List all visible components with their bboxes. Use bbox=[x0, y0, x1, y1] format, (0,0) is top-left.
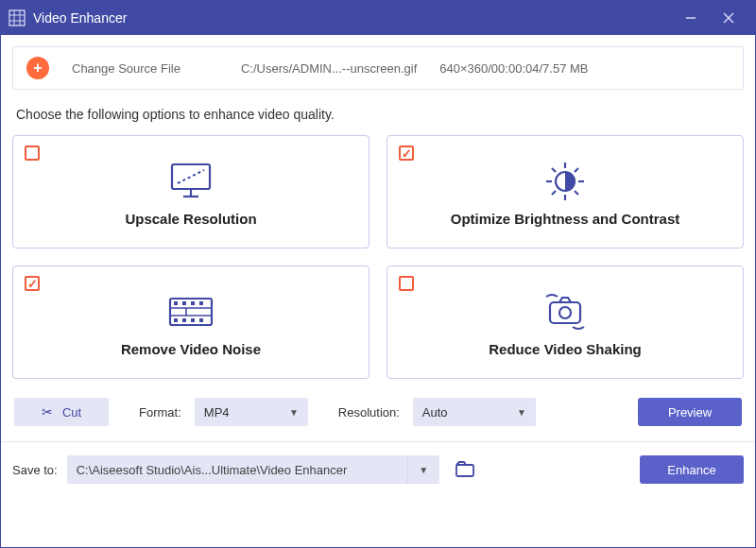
svg-line-19 bbox=[575, 168, 578, 172]
chevron-down-icon: ▼ bbox=[289, 407, 299, 418]
source-path-text: C:/Users/ADMIN...--unscreen.gif bbox=[241, 61, 417, 76]
chevron-down-icon: ▼ bbox=[419, 465, 428, 475]
save-to-label: Save to: bbox=[12, 463, 58, 477]
close-button[interactable] bbox=[710, 1, 747, 35]
filmstrip-icon bbox=[163, 288, 219, 335]
option-noise-label: Remove Video Noise bbox=[121, 341, 261, 357]
save-path-box[interactable]: C:\Aiseesoft Studio\Ais...Ultimate\Video… bbox=[67, 455, 407, 484]
svg-line-9 bbox=[178, 170, 204, 183]
chevron-down-icon: ▼ bbox=[517, 407, 526, 418]
svg-line-18 bbox=[575, 191, 578, 195]
option-remove-noise[interactable]: Remove Video Noise bbox=[12, 265, 369, 379]
svg-rect-25 bbox=[199, 301, 203, 305]
window: Video Enhancer + Change Source File C:/U… bbox=[0, 0, 756, 548]
enhance-label: Enhance bbox=[667, 463, 715, 477]
checkbox-upscale[interactable] bbox=[25, 146, 40, 161]
cut-button[interactable]: ✂ Cut bbox=[14, 398, 109, 426]
option-shaking-label: Reduce Video Shaking bbox=[489, 341, 641, 357]
option-reduce-shaking[interactable]: Reduce Video Shaking bbox=[387, 265, 744, 379]
svg-line-17 bbox=[552, 168, 556, 172]
preview-button[interactable]: Preview bbox=[638, 398, 742, 426]
title-bar: Video Enhancer bbox=[1, 1, 755, 35]
enhance-button[interactable]: Enhance bbox=[640, 455, 744, 484]
checkbox-brightness[interactable] bbox=[399, 146, 414, 161]
checkbox-noise[interactable] bbox=[25, 276, 40, 291]
preview-label: Preview bbox=[668, 405, 712, 420]
save-bar: Save to: C:\Aiseesoft Studio\Ais...Ultim… bbox=[1, 442, 755, 497]
source-file-bar: + Change Source File C:/Users/ADMIN...--… bbox=[12, 46, 744, 90]
controls-row: ✂ Cut Format: MP4 ▼ Resolution: Auto ▼ P… bbox=[12, 398, 744, 426]
option-upscale-resolution[interactable]: Upscale Resolution bbox=[12, 135, 369, 248]
monitor-icon bbox=[163, 158, 219, 205]
svg-point-34 bbox=[559, 307, 571, 318]
svg-rect-8 bbox=[172, 164, 210, 189]
option-brightness-contrast[interactable]: Optimize Brightness and Contrast bbox=[387, 135, 744, 248]
option-upscale-label: Upscale Resolution bbox=[125, 211, 256, 227]
save-path-dropdown[interactable]: ▼ bbox=[407, 455, 439, 484]
svg-rect-22 bbox=[174, 301, 178, 305]
svg-rect-29 bbox=[199, 318, 203, 322]
open-folder-button[interactable] bbox=[453, 457, 477, 482]
svg-rect-35 bbox=[456, 465, 473, 476]
checkbox-shaking[interactable] bbox=[399, 276, 414, 291]
format-label: Format: bbox=[139, 405, 181, 420]
brightness-icon bbox=[537, 158, 593, 205]
source-meta-text: 640×360/00:00:04/7.57 MB bbox=[439, 61, 588, 76]
svg-rect-0 bbox=[9, 10, 25, 26]
save-path-text: C:\Aiseesoft Studio\Ais...Ultimate\Video… bbox=[77, 463, 348, 477]
svg-rect-23 bbox=[182, 301, 186, 305]
option-brightness-label: Optimize Brightness and Contrast bbox=[451, 211, 680, 227]
cut-label: Cut bbox=[62, 405, 81, 420]
add-file-button[interactable]: + bbox=[26, 57, 49, 79]
svg-rect-26 bbox=[174, 318, 178, 322]
minimize-button[interactable] bbox=[672, 1, 710, 35]
app-icon bbox=[9, 9, 26, 26]
resolution-select[interactable]: Auto ▼ bbox=[413, 398, 536, 426]
svg-rect-33 bbox=[550, 302, 580, 323]
svg-rect-28 bbox=[191, 318, 195, 322]
change-source-link[interactable]: Change Source File bbox=[72, 61, 180, 76]
resolution-label: Resolution: bbox=[338, 405, 400, 420]
format-value: MP4 bbox=[204, 405, 230, 420]
scissors-icon: ✂ bbox=[42, 404, 53, 420]
window-title: Video Enhancer bbox=[33, 10, 127, 26]
svg-rect-27 bbox=[182, 318, 186, 322]
options-grid: Upscale Resolution Optimize Brightness a… bbox=[12, 135, 744, 379]
camera-shake-icon bbox=[537, 288, 593, 335]
instruction-text: Choose the following options to enhance … bbox=[16, 107, 740, 122]
format-select[interactable]: MP4 ▼ bbox=[195, 398, 308, 426]
resolution-value: Auto bbox=[422, 405, 448, 420]
svg-rect-24 bbox=[191, 301, 195, 305]
svg-line-20 bbox=[552, 191, 556, 195]
